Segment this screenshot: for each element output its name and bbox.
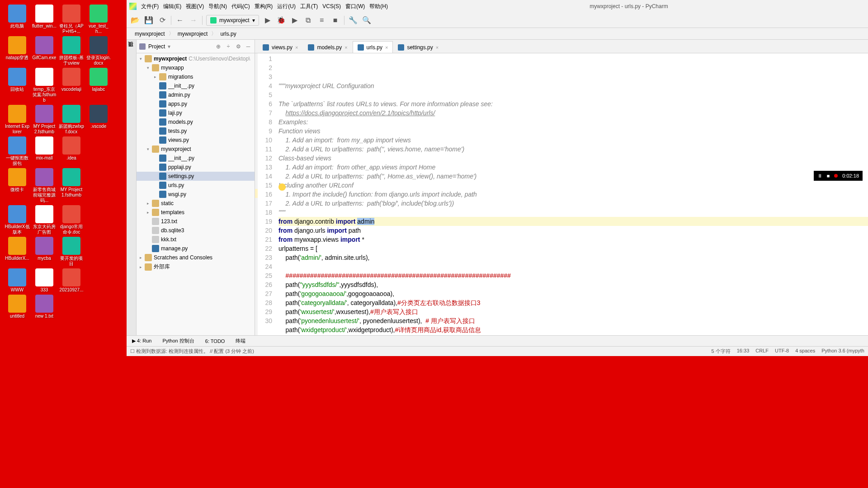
close-tab-icon[interactable]: ×: [385, 45, 388, 50]
status-item[interactable]: Python 3.6 (mypyth: [821, 348, 864, 355]
status-item[interactable]: 5 个字符: [712, 348, 731, 355]
forward-icon[interactable]: →: [189, 15, 198, 25]
desktop-icon[interactable]: 回收站: [5, 68, 30, 92]
tree-item[interactable]: views.py: [137, 136, 255, 145]
tree-item[interactable]: laji.py: [137, 108, 255, 117]
desktop-icon[interactable]: .vscode: [86, 105, 111, 129]
debug-icon[interactable]: 🐞: [276, 15, 286, 25]
status-item[interactable]: CRLF: [755, 348, 769, 355]
desktop-icon[interactable]: new 1.txt: [32, 295, 57, 319]
tree-item[interactable]: db.sqlite3: [137, 226, 255, 235]
desktop-icon[interactable]: HBuilderX...: [5, 237, 30, 261]
desktop-icon[interactable]: 登录页login.docx: [86, 36, 111, 66]
desktop-icon[interactable]: 20210927...: [59, 268, 84, 293]
desktop-icon[interactable]: 一键抠图数据包: [5, 136, 30, 166]
left-tab-project[interactable]: 1: 项目: [127, 43, 136, 55]
save-icon[interactable]: 💾: [144, 15, 154, 25]
hide-icon[interactable]: ─: [245, 43, 252, 50]
search-icon[interactable]: 🔍: [362, 15, 372, 25]
status-item[interactable]: 16:33: [737, 348, 750, 355]
desktop-icon[interactable]: GifCam.exe: [32, 36, 57, 61]
breadcrumb-item[interactable]: mywxproject: [174, 31, 212, 37]
bottom-tab[interactable]: Python 控制台: [157, 338, 199, 344]
desktop-icon[interactable]: 脊柱兄（APP+H5+...: [59, 5, 84, 34]
tree-item[interactable]: admin.py: [137, 90, 255, 99]
desktop-icon[interactable]: 此电脑: [5, 5, 30, 29]
code-content[interactable]: """mywxproject URL Configuration The `ur…: [276, 53, 868, 335]
menu-item[interactable]: VCS(S): [322, 3, 341, 9]
run-config-selector[interactable]: mywxproject ▾: [206, 15, 259, 26]
desktop-icon[interactable]: lajiabc: [86, 68, 111, 92]
desktop-icon[interactable]: MY Project 2.fsthumb: [32, 105, 57, 135]
menu-item[interactable]: 运行(U): [277, 3, 296, 9]
editor-tab[interactable]: urls.py ×: [353, 41, 393, 53]
tree-item[interactable]: apps.py: [137, 99, 255, 108]
stop-icon[interactable]: ■: [330, 15, 340, 25]
desktop-icon[interactable]: vscodelaji: [59, 68, 84, 92]
desktop-icon[interactable]: mix-mall: [32, 136, 57, 161]
tree-item[interactable]: ▾mywxapp: [137, 63, 255, 72]
tree-item[interactable]: 123.txt: [137, 217, 255, 226]
run-icon[interactable]: ▶: [263, 15, 273, 25]
menu-item[interactable]: 窗口(W): [345, 3, 365, 9]
desktop-icon[interactable]: .idea: [59, 136, 84, 161]
desktop-icon[interactable]: 333: [32, 268, 57, 293]
desktop-icon[interactable]: flutter_win...: [32, 5, 57, 29]
bottom-tab[interactable]: 6: TODO: [200, 338, 231, 344]
desktop-icon[interactable]: mycba: [32, 237, 57, 261]
desktop-icon[interactable]: MY Project 1.fsthumb: [59, 168, 84, 198]
menu-item[interactable]: 视图(V): [186, 3, 204, 9]
coverage-icon[interactable]: ▶: [290, 15, 300, 25]
tree-item[interactable]: models.py: [137, 117, 255, 127]
menu-item[interactable]: 编辑(E): [163, 3, 181, 9]
menu-item[interactable]: 帮助(H): [369, 3, 388, 9]
status-item[interactable]: UTF-8: [775, 348, 789, 355]
tree-item[interactable]: ppplaji.py: [137, 163, 255, 172]
tree-item[interactable]: ▸templates: [137, 208, 255, 217]
editor-tab[interactable]: views.py ×: [258, 41, 303, 53]
breadcrumb-item[interactable]: mywxproject: [131, 31, 169, 37]
desktop-icon[interactable]: HBuilderX低版本: [5, 205, 30, 235]
desktop-icon[interactable]: untitled: [5, 295, 30, 319]
editor-tab[interactable]: models.py ×: [303, 41, 352, 53]
collapse-icon[interactable]: ÷: [225, 43, 232, 50]
tree-item[interactable]: ▸Scratches and Consoles: [137, 253, 255, 262]
status-item[interactable]: 4 spaces: [795, 348, 815, 355]
tree-item[interactable]: wsgi.py: [137, 190, 255, 199]
bottom-tab[interactable]: 终端: [230, 338, 251, 344]
menu-item[interactable]: 导航(N): [208, 3, 227, 9]
desktop-icon[interactable]: django常用命令.doc: [59, 205, 84, 235]
tree-item[interactable]: ▾mywxproject: [137, 145, 255, 154]
menu-item[interactable]: 代码(C): [231, 3, 250, 9]
close-tab-icon[interactable]: ×: [344, 45, 347, 50]
desktop-icon[interactable]: 东京大药房广告图: [32, 205, 57, 235]
tree-item[interactable]: manage.py: [137, 244, 255, 253]
desktop-icon[interactable]: 拼团模板-基于uview: [59, 36, 84, 66]
desktop-icon[interactable]: Internet Explorer: [5, 105, 30, 135]
code-editor[interactable]: 1234567891011121314151617181920212223242…: [255, 53, 868, 335]
menu-item[interactable]: 文件(F): [141, 3, 159, 9]
close-tab-icon[interactable]: ×: [295, 45, 298, 50]
desktop-icon[interactable]: natapp穿透: [5, 36, 30, 61]
tree-item[interactable]: ▾mywxprojectC:\Users\lenovo\Desktop\: [137, 54, 255, 63]
build-icon[interactable]: 🔧: [348, 15, 358, 25]
locate-icon[interactable]: ⊕: [215, 43, 222, 50]
tree-item[interactable]: kkk.txt: [137, 235, 255, 244]
back-icon[interactable]: ←: [175, 15, 185, 25]
desktop-icon[interactable]: 微模卡: [5, 168, 30, 192]
concurrent-icon[interactable]: ≡: [317, 15, 327, 25]
tree-item[interactable]: __init__.py: [137, 81, 255, 90]
desktop-icon[interactable]: vue_test_h...: [86, 5, 111, 34]
tree-item[interactable]: ▸外部库: [137, 262, 255, 272]
gear-icon[interactable]: ⚙: [235, 43, 242, 50]
pause-icon[interactable]: ⏸: [817, 173, 822, 178]
desktop-icon[interactable]: temp_东京笑案.fsthumb: [32, 68, 57, 103]
intention-bulb-icon[interactable]: [278, 183, 286, 191]
desktop-icon[interactable]: 新零售商城前端完整源码...: [32, 168, 57, 203]
close-tab-icon[interactable]: ×: [436, 45, 439, 50]
project-tree[interactable]: ▾mywxprojectC:\Users\lenovo\Desktop\ ▾my…: [137, 53, 255, 335]
desktop-icon[interactable]: 要开发的项目: [59, 237, 84, 267]
menu-item[interactable]: 工具(T): [300, 3, 318, 9]
desktop-icon[interactable]: WWW: [5, 268, 30, 293]
screen-recorder-overlay[interactable]: ⏸ ■ 0:02:18: [814, 171, 863, 181]
